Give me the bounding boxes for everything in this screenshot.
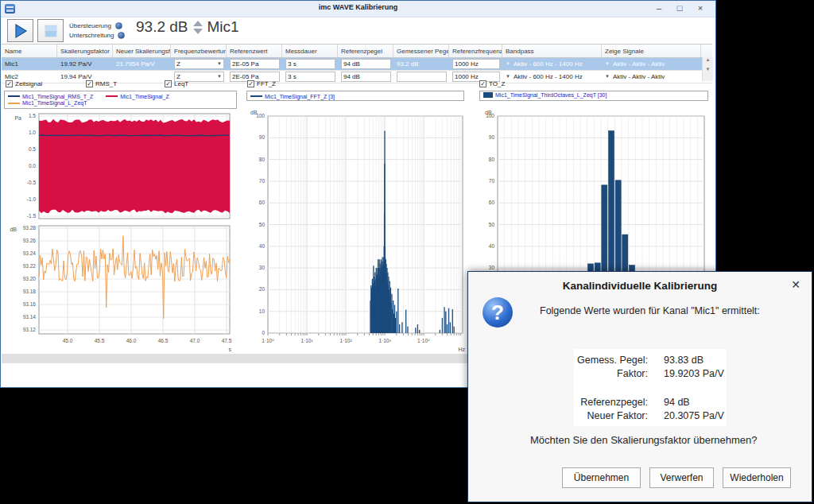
level-display: 93.2 dB Mic1 [136, 18, 239, 36]
question-icon: ? [483, 297, 513, 328]
svg-text:1·10²: 1·10² [339, 338, 352, 343]
svg-text:0.5: 0.5 [29, 146, 36, 152]
svg-text:dB: dB [485, 110, 492, 115]
svg-text:93.22: 93.22 [23, 263, 37, 269]
svg-text:90: 90 [489, 134, 495, 140]
fft-chart-legend: Mic1_TimeSignal_FFT_Z [3] [246, 91, 464, 101]
dialog-close-icon[interactable]: ✕ [791, 278, 800, 291]
wiederholen-button[interactable]: Wiederholen [723, 467, 791, 488]
verwerfen-button[interactable]: Verwerfen [649, 467, 714, 488]
svg-text:dB: dB [250, 110, 258, 115]
channel-spinner[interactable] [193, 21, 203, 34]
col-gemessener-pegel: Gemessener Pegel [393, 45, 449, 57]
svg-text:80: 80 [259, 157, 266, 162]
play-button[interactable] [7, 19, 33, 42]
underrun-indicator-icon [118, 32, 125, 39]
svg-text:93.14: 93.14 [23, 314, 37, 320]
svg-text:1·10⁰: 1·10⁰ [262, 338, 274, 343]
svg-text:90: 90 [259, 134, 266, 140]
svg-text:80: 80 [489, 157, 495, 162]
col-messdauer: Messdauer [282, 45, 338, 57]
svg-text:-0.5: -0.5 [27, 180, 37, 185]
calibration-dialog: Kanalindividuelle Kalibrierung ✕ ? Folge… [467, 271, 812, 502]
minimize-button[interactable]: – [649, 1, 669, 16]
field-label: Faktor: [552, 368, 648, 379]
field-label: Referenzpegel: [552, 397, 648, 408]
checkbox-zeitsignal[interactable]: ✓Zeitsignal [6, 80, 42, 87]
svg-text:1.5: 1.5 [29, 113, 36, 118]
uebernehmen-button[interactable]: Übernehmen [562, 467, 641, 488]
col-referenzwert: Referenzwert [227, 45, 282, 57]
referenzfrequenz-input[interactable]: 1000 Hz [452, 59, 500, 69]
frequenzbewertung-select[interactable]: Z▼ [174, 59, 224, 69]
svg-text:Hz: Hz [458, 347, 465, 352]
maximize-button[interactable]: □ [669, 1, 690, 16]
play-icon [13, 23, 29, 39]
svg-text:30: 30 [489, 265, 495, 270]
svg-text:47.5: 47.5 [222, 338, 232, 343]
rms-line [39, 135, 230, 136]
dialog-message: Folgende Werte wurden für Kanal "Mic1" e… [540, 305, 760, 316]
field-value: 20.3075 Pa/V [664, 410, 724, 421]
time-signal-chart: 45.045.546.046.547.047.51.51.00.50.0-0.5… [1, 110, 239, 354]
table-header: Name Skalierungsfaktor Neuer Skalierungs… [2, 44, 712, 58]
checkbox-icon: ✓ [86, 80, 93, 87]
svg-text:dB: dB [10, 227, 17, 232]
bandpass-select[interactable]: ▼Aktiv - 600 Hz - 1400 Hz [502, 58, 602, 70]
field-label: Neuer Faktor: [552, 410, 648, 421]
cell-gemessener-pegel: 93.2 dB [393, 58, 449, 70]
col-name: Name [2, 45, 57, 57]
checkbox-to-z[interactable]: ✓TO_Z [479, 80, 505, 87]
field-value: 94 dB [664, 397, 690, 408]
svg-text:1·10⁴: 1·10⁴ [417, 338, 430, 343]
referenzpegel-input[interactable]: 94 dB [341, 59, 391, 69]
messdauer-input[interactable]: 3 s [285, 59, 335, 69]
svg-text:0.0: 0.0 [29, 163, 36, 169]
svg-text:46.5: 46.5 [158, 338, 169, 343]
chevron-down-icon: ▼ [217, 60, 222, 68]
channel-name: Mic1 [207, 18, 239, 36]
field-value: 93.83 dB [664, 355, 704, 366]
cell-neuer-wert: 21.7954 Pa/V [113, 58, 171, 70]
referenzwert-input[interactable]: 2E-05 Pa [230, 59, 280, 69]
col-neuer-skalierungswert: Neuer Skalierungsf... [113, 45, 171, 57]
field-value: 19.9203 Pa/V [664, 368, 724, 379]
checkbox-leqt[interactable]: ✓LeqT [165, 80, 188, 87]
checkbox-icon: ✓ [6, 80, 13, 87]
svg-text:93.26: 93.26 [23, 238, 37, 243]
col-bandpass: Bandpass [502, 45, 602, 57]
overload-indicator-icon [115, 22, 122, 29]
fft-chart: 01020304050607080901001·10⁰1·10¹1·10²1·1… [239, 110, 474, 354]
svg-text:30: 30 [259, 265, 266, 270]
svg-text:40: 40 [259, 243, 266, 249]
svg-text:47.0: 47.0 [190, 338, 200, 343]
checkbox-fft-z[interactable]: ✓FFT_Z [247, 80, 276, 87]
close-button[interactable]: × [690, 1, 711, 16]
svg-text:1·10³: 1·10³ [378, 338, 391, 343]
col-skalierungsfaktor: Skalierungsfaktor [57, 45, 113, 57]
stop-button[interactable] [37, 19, 64, 42]
svg-text:70: 70 [259, 178, 266, 184]
svg-text:Pa: Pa [14, 115, 21, 121]
cell-skalierungsfaktor: 19.92 Pa/V [57, 58, 113, 70]
zeige-signale-select[interactable]: ▼Aktiv - Aktiv - Aktiv [602, 58, 701, 70]
checkbox-rms-t[interactable]: ✓RMS_T [86, 80, 117, 87]
to-chart-legend: Mic1_TimeSignal_ThirdOctaves_L_ZeqT [30] [479, 91, 708, 101]
svg-text:-1.0: -1.0 [27, 196, 37, 202]
svg-text:100: 100 [256, 113, 265, 118]
table-row-mic1[interactable]: Mic1 19.92 Pa/V 21.7954 Pa/V Z▼ 2E-05 Pa… [2, 58, 712, 71]
svg-text:1.0: 1.0 [29, 130, 36, 135]
checkbox-icon: ✓ [247, 80, 254, 87]
table-scrollbar[interactable]: ▲▼ [702, 57, 713, 81]
spinner-up-icon[interactable] [193, 21, 203, 26]
svg-text:-1.5: -1.5 [27, 213, 37, 219]
chevron-down-icon: ▼ [605, 60, 610, 68]
cell-name: Mic1 [2, 58, 57, 70]
level-indicators: Übersteuerung Unterschreitung [69, 21, 125, 40]
channel-table: Name Skalierungsfaktor Neuer Skalierungs… [2, 44, 712, 83]
svg-text:1·10¹: 1·10¹ [300, 338, 313, 343]
window-titlebar[interactable]: imc WAVE Kalibrierung – □ × [1, 1, 715, 17]
svg-text:60: 60 [489, 200, 495, 205]
spinner-down-icon[interactable] [193, 29, 203, 34]
dialog-question: Möchten Sie den Skalierungsfaktor überne… [530, 434, 757, 446]
